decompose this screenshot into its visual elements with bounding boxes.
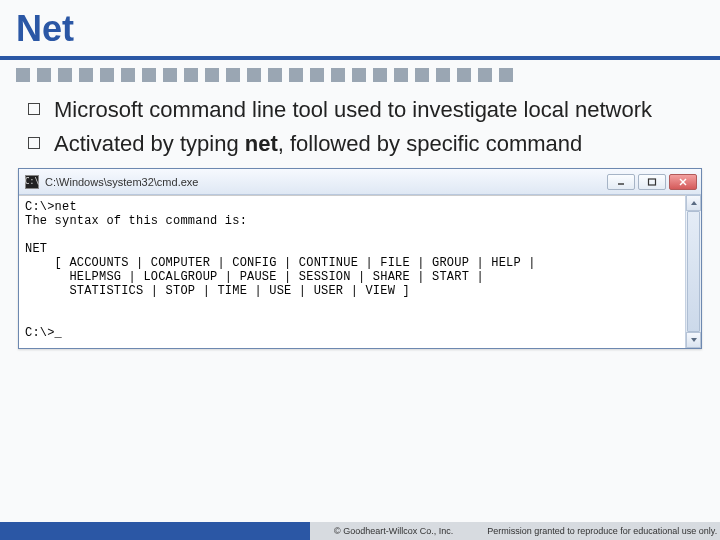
decor-dot <box>37 68 51 82</box>
chevron-up-icon <box>690 199 698 207</box>
decor-dot <box>394 68 408 82</box>
scrollbar-track[interactable] <box>686 211 701 332</box>
svg-marker-5 <box>691 338 697 342</box>
close-button[interactable] <box>669 174 697 190</box>
cmd-window: C:\ C:\Windows\system32\cmd.exe C:\>net … <box>18 168 702 349</box>
cmd-output: C:\>net The syntax of this command is: N… <box>19 195 685 348</box>
maximize-icon <box>647 178 657 186</box>
footer-accent <box>0 522 310 540</box>
bullet-text: Microsoft command line tool used to inve… <box>54 96 652 124</box>
bullet-marker-icon <box>28 137 40 149</box>
decor-dot <box>310 68 324 82</box>
chevron-down-icon <box>690 336 698 344</box>
vertical-scrollbar[interactable] <box>685 195 701 348</box>
decor-dots-row <box>0 60 720 90</box>
decor-dot <box>142 68 156 82</box>
title-bar: Net <box>0 0 720 60</box>
decor-dot <box>352 68 366 82</box>
decor-dot <box>121 68 135 82</box>
bullet-list: Microsoft command line tool used to inve… <box>0 90 720 158</box>
decor-dot <box>247 68 261 82</box>
page-title: Net <box>16 8 720 50</box>
window-buttons <box>607 174 697 190</box>
decor-dot <box>499 68 513 82</box>
decor-dot <box>100 68 114 82</box>
bullet-item: Microsoft command line tool used to inve… <box>28 96 690 124</box>
decor-dot <box>163 68 177 82</box>
bullet-text-bold: net <box>245 131 278 156</box>
decor-dot <box>16 68 30 82</box>
cmd-app-icon: C:\ <box>25 175 39 189</box>
decor-dot <box>79 68 93 82</box>
footer-text-area: © Goodheart-Willcox Co., Inc. Permission… <box>310 522 720 540</box>
cmd-window-title: C:\Windows\system32\cmd.exe <box>45 176 601 188</box>
decor-dot <box>268 68 282 82</box>
bullet-text-post: , followed by specific command <box>278 131 582 156</box>
decor-dot <box>289 68 303 82</box>
svg-marker-4 <box>691 201 697 205</box>
bullet-marker-icon <box>28 103 40 115</box>
decor-dot <box>226 68 240 82</box>
cmd-body-wrap: C:\>net The syntax of this command is: N… <box>19 195 701 348</box>
decor-dot <box>436 68 450 82</box>
decor-dot <box>58 68 72 82</box>
svg-rect-1 <box>649 179 656 185</box>
scrollbar-thumb[interactable] <box>687 211 700 332</box>
bullet-text-pre: Activated by typing <box>54 131 245 156</box>
scroll-up-button[interactable] <box>686 195 701 211</box>
bullet-text: Activated by typing net, followed by spe… <box>54 130 582 158</box>
slide-footer: © Goodheart-Willcox Co., Inc. Permission… <box>0 522 720 540</box>
decor-dot <box>478 68 492 82</box>
footer-copyright: © Goodheart-Willcox Co., Inc. <box>334 526 453 536</box>
decor-dot <box>373 68 387 82</box>
minimize-icon <box>616 178 626 186</box>
close-icon <box>678 178 688 186</box>
decor-dot <box>331 68 345 82</box>
minimize-button[interactable] <box>607 174 635 190</box>
bullet-item: Activated by typing net, followed by spe… <box>28 130 690 158</box>
decor-dot <box>205 68 219 82</box>
footer-permission: Permission granted to reproduce for educ… <box>487 526 717 536</box>
decor-dot <box>457 68 471 82</box>
decor-dot <box>415 68 429 82</box>
maximize-button[interactable] <box>638 174 666 190</box>
cmd-titlebar[interactable]: C:\ C:\Windows\system32\cmd.exe <box>19 169 701 195</box>
decor-dot <box>184 68 198 82</box>
scroll-down-button[interactable] <box>686 332 701 348</box>
